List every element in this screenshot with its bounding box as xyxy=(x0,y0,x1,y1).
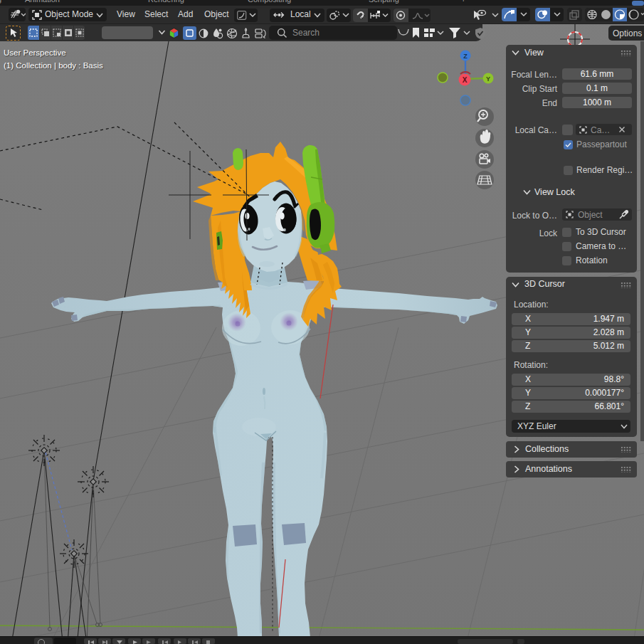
svg-text:Z: Z xyxy=(463,53,468,60)
svg-text:X: X xyxy=(463,76,468,84)
